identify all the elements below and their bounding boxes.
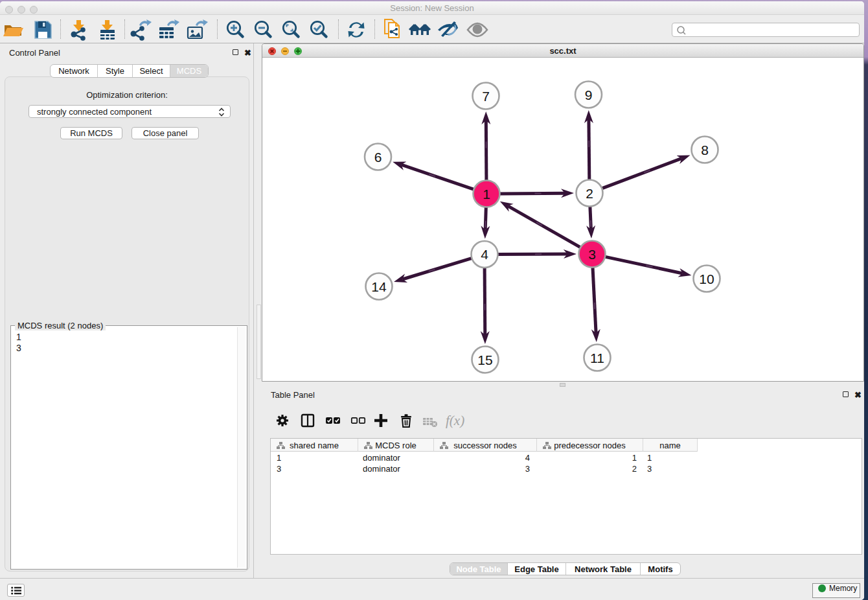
svg-text:14: 14: [371, 279, 387, 294]
svg-text:3: 3: [588, 247, 596, 262]
svg-text:2: 2: [586, 186, 593, 201]
svg-text:15: 15: [477, 352, 492, 367]
svg-text:8: 8: [701, 143, 709, 157]
svg-text:1: 1: [483, 187, 490, 202]
svg-text:10: 10: [699, 271, 714, 286]
svg-text:9: 9: [585, 87, 593, 102]
svg-text:4: 4: [481, 247, 488, 262]
svg-text:6: 6: [374, 150, 382, 165]
svg-text:7: 7: [482, 89, 490, 104]
svg-text:11: 11: [590, 351, 604, 365]
